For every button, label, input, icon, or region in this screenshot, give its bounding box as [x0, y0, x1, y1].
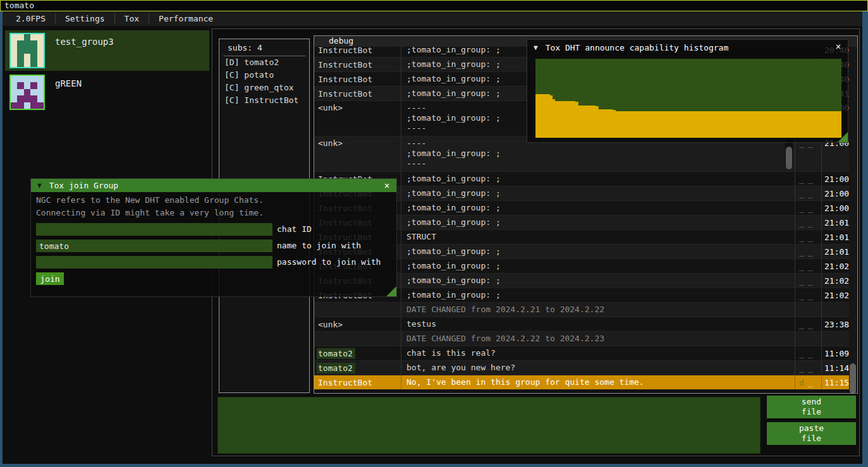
contact-name: test_group3: [55, 37, 114, 71]
contact-list: test_group3gREEN: [5, 30, 209, 114]
message-text: ;tomato_in_group: ;: [401, 288, 795, 302]
delivery-flags: __: [795, 274, 821, 288]
delivery-flags: __: [795, 346, 821, 360]
contact-item-gREEN[interactable]: gREEN: [5, 72, 209, 112]
join-desc-line2: Connecting via ID might take a very long…: [36, 207, 264, 219]
delivery-flags: __: [795, 259, 821, 273]
chat-scrollbar[interactable]: [849, 47, 857, 393]
join-password-field[interactable]: [36, 256, 272, 269]
sender-name: <unk>: [314, 136, 401, 171]
member-item[interactable]: [C] potato: [219, 69, 309, 82]
member-item[interactable]: [C] InstructBot: [219, 94, 309, 107]
collapse-arrow-icon[interactable]: ▼: [534, 44, 538, 52]
delivery-flags: __: [795, 361, 821, 375]
sender-name: <unk>: [314, 317, 401, 331]
chat-scrollbar-thumb[interactable]: [850, 363, 856, 394]
collapse-arrow-icon[interactable]: ▼: [37, 181, 42, 190]
message-row[interactable]: <unk>testus__23:38: [314, 317, 849, 332]
send-file-button[interactable]: send file: [767, 396, 856, 418]
timestamp: 21:00: [821, 186, 849, 200]
delivery-flags: [795, 332, 821, 346]
sender-name: InstructBot: [314, 72, 401, 86]
dht-histogram-window: ▼ Tox DHT announce capability histogram …: [527, 39, 848, 143]
message-row[interactable]: InstructBotNo, I've been in this group f…: [314, 375, 849, 390]
join-name-field[interactable]: [36, 240, 272, 252]
message-text: chat is this real?: [401, 346, 795, 360]
join-window-titlebar[interactable]: ▼ Tox join Group ✕: [31, 179, 396, 192]
message-row[interactable]: tomato2bot, are you new here?__11:14: [314, 361, 849, 375]
date-changed-row[interactable]: DATE CHANGED from 2024.2.22 to 2024.2.23: [314, 332, 849, 346]
message-text: ;tomato_in_group: ;: [401, 215, 795, 229]
wm-frame-right: [862, 11, 868, 467]
sender-name: tomato2: [314, 346, 401, 360]
message-text: ;tomato_in_group: ;: [401, 274, 795, 288]
timestamp: 23:38: [821, 317, 849, 331]
join-password-label: password to join with: [277, 256, 381, 269]
message-scrollbar[interactable]: [785, 139, 793, 169]
wm-frame-bottom: [0, 464, 868, 467]
message-text: No, I've been in this group for quite so…: [401, 375, 795, 389]
delivery-flags: __: [795, 288, 821, 302]
resize-grip[interactable]: [386, 286, 396, 296]
message-text: DATE CHANGED from 2024.2.21 to 2024.2.22: [401, 303, 795, 317]
message-input[interactable]: [217, 397, 761, 454]
window-titlebar[interactable]: tomato: [0, 0, 868, 11]
message-text: STRUCT: [401, 230, 795, 244]
avatar: [9, 75, 45, 110]
menu-item-tox[interactable]: Tox: [115, 11, 149, 26]
timestamp: 11:14: [821, 361, 849, 375]
contact-item-test_group3[interactable]: test_group3: [5, 30, 209, 71]
menu-item-settings[interactable]: Settings: [56, 11, 114, 26]
menu-bar: 2.0FPSSettingsToxPerformance: [3, 11, 862, 26]
sender-name: <unk>: [314, 101, 401, 136]
chat-id-field[interactable]: [36, 223, 272, 236]
message-text: testus: [401, 317, 795, 331]
contact-name: gREEN: [55, 78, 82, 112]
delivery-flags: __: [795, 230, 821, 244]
timestamp: 21:02: [821, 274, 849, 288]
timestamp: [821, 303, 849, 317]
sender-name: [314, 332, 401, 346]
close-icon[interactable]: ✕: [833, 40, 844, 53]
join-window-title: Tox join Group: [49, 181, 119, 190]
delivery-flags: __: [795, 186, 821, 200]
chat-id-label: chat ID: [277, 223, 312, 236]
timestamp: [821, 332, 849, 346]
timestamp: 21:00: [821, 201, 849, 215]
sender-name: tomato2: [314, 361, 401, 375]
delivery-flags: __: [795, 201, 821, 215]
timestamp: 11:15: [821, 375, 849, 389]
menu-item-2-0fps[interactable]: 2.0FPS: [6, 11, 55, 26]
histogram-window-title: Tox DHT announce capability histogram: [546, 43, 729, 52]
join-group-window: ▼ Tox join Group ✕ NGC refers to the New…: [30, 178, 397, 297]
histogram-window-titlebar[interactable]: ▼ Tox DHT announce capability histogram …: [527, 40, 848, 55]
delivery-flags: __: [795, 245, 821, 258]
member-item[interactable]: [D] tomato2: [219, 56, 309, 69]
close-icon[interactable]: ✕: [381, 179, 393, 192]
message-text: bot, are you new here?: [401, 361, 795, 375]
message-scrollbar-thumb[interactable]: [786, 147, 792, 169]
delivery-flags: [795, 303, 821, 317]
message-text: ;tomato_in_group: ;: [401, 245, 795, 258]
window-title: tomato: [4, 1, 34, 10]
avatar: [9, 33, 45, 68]
sender-name: InstructBot: [314, 87, 401, 100]
wm-frame-left: [0, 11, 3, 467]
member-list: [D] tomato2[C] potato[C] green_qtox[C] I…: [219, 56, 309, 107]
dht-capability-histogram: [535, 59, 841, 138]
timestamp: 11:09: [821, 346, 849, 360]
date-changed-row[interactable]: DATE CHANGED from 2024.2.21 to 2024.2.22: [314, 303, 849, 317]
message-row[interactable]: tomato2chat is this real?__11:09: [314, 346, 849, 361]
menu-item-performance[interactable]: Performance: [149, 11, 223, 26]
timestamp: 21:02: [821, 288, 849, 302]
resize-grip[interactable]: [838, 132, 848, 142]
sender-name: [314, 303, 401, 317]
paste-file-button[interactable]: paste file: [767, 422, 856, 445]
timestamp: 21:01: [821, 230, 849, 244]
member-item[interactable]: [C] green_qtox: [219, 82, 309, 94]
subs-count-label: subs: 4: [228, 43, 309, 52]
join-button[interactable]: join: [36, 272, 64, 285]
sender-name: InstructBot: [314, 375, 401, 389]
message-text: ;tomato_in_group: ;: [401, 172, 795, 186]
delivery-flags: d_: [795, 375, 821, 389]
